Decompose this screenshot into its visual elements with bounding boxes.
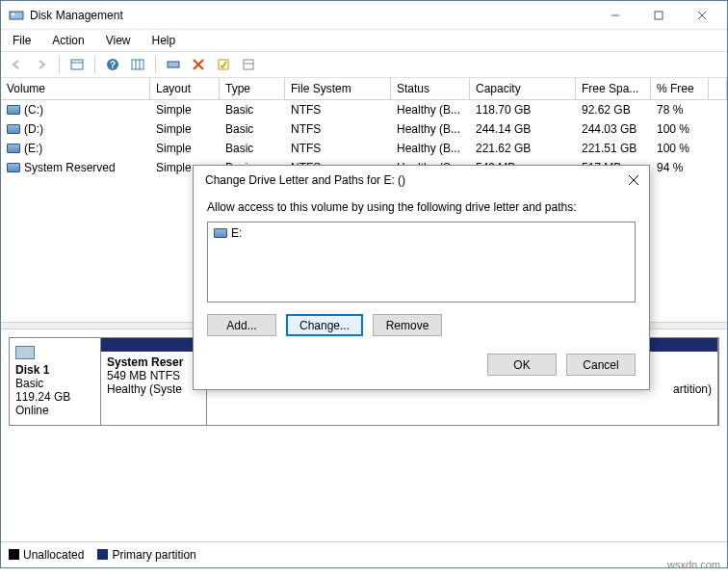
svg-rect-6 — [71, 60, 83, 69]
drive-icon — [7, 124, 20, 134]
disk-size: 119.24 GB — [15, 390, 70, 404]
disk-type: Basic — [15, 377, 43, 390]
separator — [155, 56, 156, 73]
menu-help[interactable]: Help — [148, 32, 180, 49]
svg-rect-13 — [168, 62, 179, 67]
separator — [94, 56, 95, 73]
menu-view[interactable]: View — [102, 32, 135, 49]
maximize-button[interactable] — [637, 1, 680, 29]
svg-rect-16 — [219, 60, 228, 69]
watermark: wsxdn.com — [667, 559, 720, 570]
col-spacer — [709, 78, 727, 99]
disk-list-icon[interactable] — [164, 55, 183, 74]
refresh-icon[interactable] — [239, 55, 258, 74]
part-size: 549 MB NTFS — [107, 369, 180, 382]
col-layout[interactable]: Layout — [150, 78, 220, 99]
part-title: System Reser — [107, 355, 183, 369]
svg-rect-10 — [132, 60, 143, 69]
back-icon[interactable] — [7, 55, 26, 74]
disk-name: Disk 1 — [15, 363, 49, 377]
column-headers: Volume Layout Type File System Status Ca… — [1, 78, 727, 100]
legend-primary: Primary partition — [97, 548, 195, 562]
table-row[interactable]: (C:)SimpleBasicNTFSHealthy (B...118.70 G… — [1, 100, 727, 119]
disk-header[interactable]: Disk 1 Basic 119.24 GB Online — [9, 337, 101, 426]
separator — [59, 56, 60, 73]
drive-icon — [7, 144, 20, 153]
dialog-close-icon[interactable] — [628, 174, 639, 186]
part-status: Healthy (Syste — [107, 382, 182, 396]
forward-icon[interactable] — [32, 55, 51, 74]
col-status[interactable]: Status — [391, 78, 470, 99]
dialog-title: Change Drive Letter and Paths for E: () — [205, 173, 628, 187]
cancel-button[interactable]: Cancel — [566, 354, 636, 376]
drive-icon — [7, 163, 20, 172]
show-hide-console-icon[interactable] — [67, 55, 87, 74]
add-button[interactable]: Add... — [207, 314, 276, 336]
table-row[interactable]: (E:)SimpleBasicNTFSHealthy (B...221.62 G… — [1, 139, 727, 158]
delete-icon[interactable] — [189, 55, 208, 74]
dialog-message: Allow access to this volume by using the… — [207, 200, 636, 214]
col-pctfree[interactable]: % Free — [651, 78, 709, 99]
col-type[interactable]: Type — [220, 78, 285, 99]
col-filesystem[interactable]: File System — [285, 78, 391, 99]
close-button[interactable] — [680, 1, 723, 29]
minimize-button[interactable] — [593, 1, 637, 29]
col-volume[interactable]: Volume — [1, 78, 150, 99]
drive-path-entry[interactable]: E: — [231, 226, 242, 240]
col-freespace[interactable]: Free Spa... — [576, 78, 651, 99]
svg-rect-1 — [12, 13, 14, 15]
svg-rect-17 — [244, 60, 253, 69]
change-button[interactable]: Change... — [286, 314, 363, 336]
table-row[interactable]: (D:)SimpleBasicNTFSHealthy (B...244.14 G… — [1, 119, 727, 139]
drive-icon — [214, 228, 227, 238]
table-view-icon[interactable] — [128, 55, 147, 74]
svg-text:?: ? — [110, 60, 116, 70]
toolbar: ? — [1, 51, 727, 78]
menubar: File Action View Help — [1, 30, 727, 51]
ok-button[interactable]: OK — [487, 354, 557, 376]
legend-unallocated: Unallocated — [9, 548, 84, 562]
menu-file[interactable]: File — [9, 32, 35, 49]
remove-button[interactable]: Remove — [373, 314, 442, 336]
drive-paths-list[interactable]: E: — [207, 222, 636, 302]
legend: Unallocated Primary partition — [1, 541, 727, 567]
volume-list: Volume Layout Type File System Status Ca… — [1, 78, 727, 177]
disk-icon — [15, 346, 35, 359]
drive-icon — [7, 105, 20, 115]
part-c-label: artition) — [673, 382, 712, 396]
app-icon — [9, 8, 24, 23]
titlebar[interactable]: Disk Management — [1, 1, 727, 30]
help-icon[interactable]: ? — [103, 55, 122, 74]
dialog-titlebar[interactable]: Change Drive Letter and Paths for E: () — [194, 166, 649, 195]
window-title: Disk Management — [30, 9, 593, 22]
change-drive-letter-dialog: Change Drive Letter and Paths for E: () … — [193, 165, 650, 390]
svg-rect-3 — [655, 12, 663, 19]
properties-icon[interactable] — [214, 55, 233, 74]
disk-state: Online — [15, 404, 49, 417]
partition-system-reserved[interactable]: System Reser 549 MB NTFS Healthy (Syste — [101, 338, 207, 425]
menu-action[interactable]: Action — [48, 32, 88, 49]
col-capacity[interactable]: Capacity — [470, 78, 576, 99]
